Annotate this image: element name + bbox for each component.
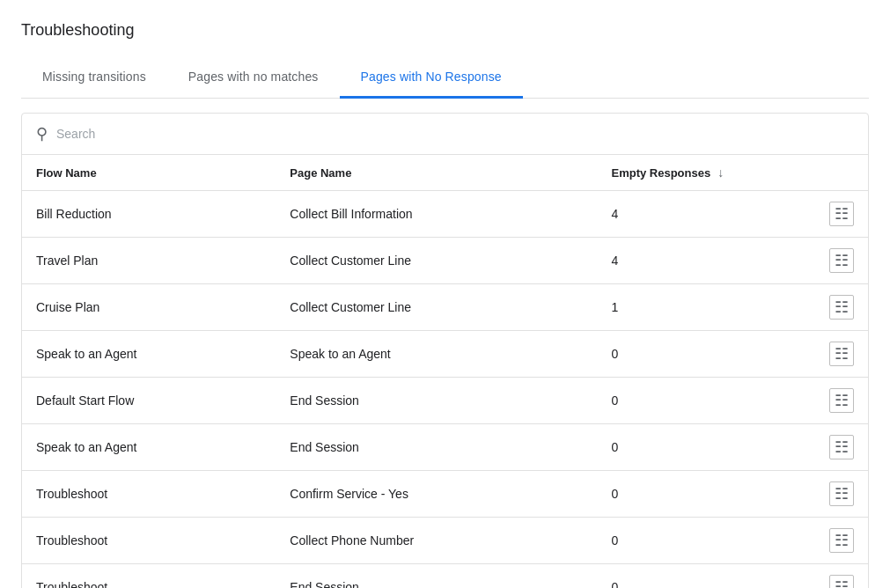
cell-action: ☷ [767,378,868,424]
table-row: Speak to an Agent End Session 0 ☷ [22,424,868,471]
cell-empty-responses: 0 [597,424,766,471]
table-row: Troubleshoot Collect Phone Number 0 ☷ [22,518,868,564]
view-detail-icon[interactable]: ☷ [829,342,854,366]
cell-action: ☷ [767,191,868,238]
cell-flow-name: Default Start Flow [22,378,276,424]
cell-page-name: End Session [276,564,597,589]
cell-empty-responses: 4 [597,238,766,284]
tab-pages-no-response[interactable]: Pages with No Response [340,57,523,99]
cell-empty-responses: 4 [597,191,766,238]
table-row: Troubleshoot End Session 0 ☷ [22,564,868,589]
search-input[interactable] [56,127,854,141]
data-table: Flow Name Page Name Empty Responses ↓ Bi… [22,155,868,588]
cell-action: ☷ [767,284,868,331]
search-bar: ⚲ [22,114,868,155]
sort-down-icon: ↓ [717,165,724,180]
cell-flow-name: Troubleshoot [22,564,276,589]
tab-bar: Missing transitions Pages with no matche… [21,57,869,99]
cell-flow-name: Bill Reduction [22,191,276,238]
col-header-page-name: Page Name [276,155,597,191]
cell-page-name: Speak to an Agent [276,331,597,378]
cell-action: ☷ [767,238,868,284]
cell-flow-name: Troubleshoot [22,471,276,518]
cell-action: ☷ [767,518,868,564]
tab-pages-no-matches[interactable]: Pages with no matches [167,57,340,99]
col-header-action [767,155,868,191]
cell-page-name: Collect Phone Number [276,518,597,564]
cell-action: ☷ [767,424,868,471]
cell-empty-responses: 1 [597,284,766,331]
view-detail-icon[interactable]: ☷ [829,528,854,553]
cell-empty-responses: 0 [597,471,766,518]
content-box: ⚲ Flow Name Page Name Empty Responses ↓ … [21,113,869,588]
col-header-flow-name: Flow Name [22,155,276,191]
view-detail-icon[interactable]: ☷ [829,202,854,226]
cell-flow-name: Cruise Plan [22,284,276,331]
cell-page-name: Confirm Service - Yes [276,471,597,518]
view-detail-icon[interactable]: ☷ [829,388,854,413]
table-header-row: Flow Name Page Name Empty Responses ↓ [22,155,868,191]
cell-page-name: Collect Bill Information [276,191,597,238]
tab-missing-transitions[interactable]: Missing transitions [21,57,167,99]
page-title: Troubleshooting [21,21,869,40]
table-row: Default Start Flow End Session 0 ☷ [22,378,868,424]
cell-page-name: Collect Customer Line [276,284,597,331]
col-header-empty-responses[interactable]: Empty Responses ↓ [597,155,766,191]
view-detail-icon[interactable]: ☷ [829,481,854,506]
cell-empty-responses: 0 [597,331,766,378]
cell-flow-name: Speak to an Agent [22,424,276,471]
search-icon: ⚲ [36,124,48,143]
cell-empty-responses: 0 [597,518,766,564]
cell-page-name: End Session [276,378,597,424]
view-detail-icon[interactable]: ☷ [829,295,854,320]
table-row: Speak to an Agent Speak to an Agent 0 ☷ [22,331,868,378]
view-detail-icon[interactable]: ☷ [829,248,854,273]
table-row: Cruise Plan Collect Customer Line 1 ☷ [22,284,868,331]
view-detail-icon[interactable]: ☷ [829,435,854,459]
cell-flow-name: Troubleshoot [22,518,276,564]
table-row: Travel Plan Collect Customer Line 4 ☷ [22,238,868,284]
cell-action: ☷ [767,471,868,518]
table-row: Bill Reduction Collect Bill Information … [22,191,868,238]
table-row: Troubleshoot Confirm Service - Yes 0 ☷ [22,471,868,518]
cell-page-name: End Session [276,424,597,471]
cell-empty-responses: 0 [597,378,766,424]
cell-flow-name: Speak to an Agent [22,331,276,378]
cell-flow-name: Travel Plan [22,238,276,284]
cell-action: ☷ [767,331,868,378]
cell-action: ☷ [767,564,868,589]
cell-page-name: Collect Customer Line [276,238,597,284]
cell-empty-responses: 0 [597,564,766,589]
view-detail-icon[interactable]: ☷ [829,575,854,588]
